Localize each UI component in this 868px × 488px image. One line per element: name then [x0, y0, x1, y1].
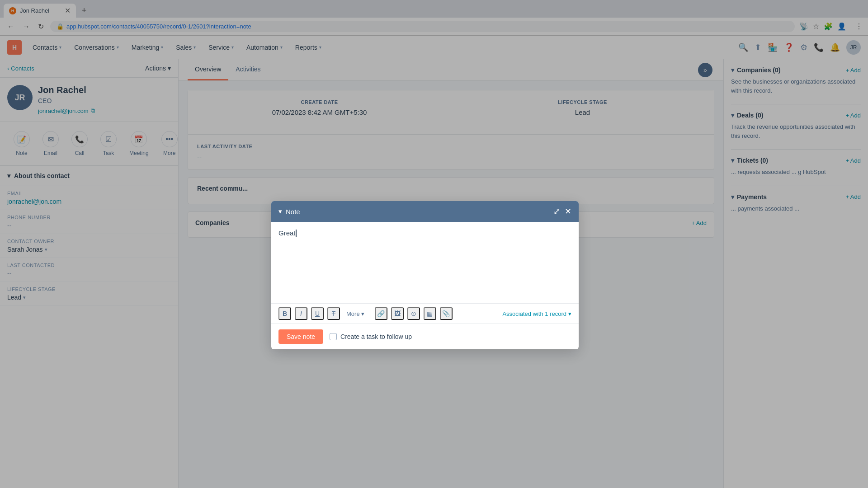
strikethrough-button[interactable]: T: [327, 307, 340, 320]
follow-up-checkbox[interactable]: [330, 333, 337, 340]
bold-button[interactable]: B: [278, 307, 291, 320]
more-formatting-button[interactable]: More ▾: [344, 309, 367, 319]
more-label: More: [346, 310, 360, 317]
table-button[interactable]: ▦: [424, 307, 436, 320]
link-button[interactable]: 🔗: [375, 307, 387, 320]
toolbar-separator: [371, 309, 371, 318]
note-collapse-icon[interactable]: ▾: [278, 207, 282, 216]
note-expand-icon[interactable]: ⤢: [553, 206, 560, 216]
note-modal-title-text: Note: [286, 208, 300, 216]
embed-button[interactable]: ⊙: [407, 307, 420, 320]
save-note-button[interactable]: Save note: [278, 329, 323, 344]
note-close-icon[interactable]: ✕: [565, 206, 571, 216]
underline-button[interactable]: U: [311, 307, 324, 320]
associated-label: Associated with 1 record: [502, 310, 566, 317]
note-text-area[interactable]: Great: [271, 222, 579, 303]
associated-record-link[interactable]: Associated with 1 record ▾: [502, 310, 571, 317]
follow-up-label: Create a task to follow up: [340, 333, 412, 340]
associated-chevron-icon: ▾: [568, 310, 571, 317]
attachment-button[interactable]: 📎: [440, 307, 453, 320]
note-modal: ▾ Note ⤢ ✕ Great B I U T More ▾ 🔗 🖼 ⊙ ▦ …: [271, 201, 579, 349]
note-text-content: Great: [278, 229, 296, 237]
follow-up-container: Create a task to follow up: [330, 333, 412, 340]
image-button[interactable]: 🖼: [391, 307, 404, 320]
more-chevron-icon: ▾: [361, 310, 364, 317]
italic-button[interactable]: I: [295, 307, 307, 320]
